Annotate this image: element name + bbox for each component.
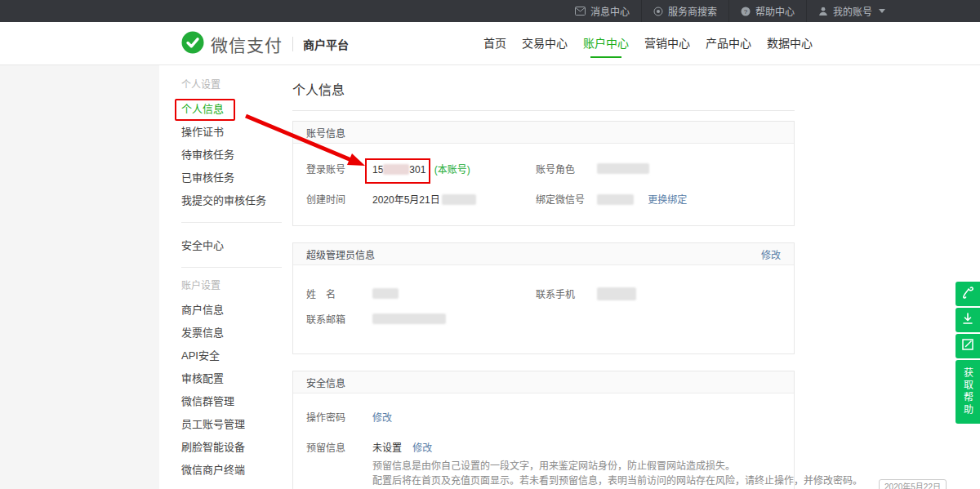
redacted-blur [597,163,649,174]
security-info-card: 安全信息 操作密码 修改 预留信息 未设置 修改 预留信息是由你自己设 [292,371,795,489]
change-binding-link[interactable]: 更换绑定 [648,194,687,206]
sidebar: 个人设置 个人信息 操作证书 待审核任务 已审核任务 我提交的审核任务 安全中心… [159,65,282,489]
topbar-item-my-account[interactable]: 我的账号 [807,0,897,22]
operation-password-value: 修改 [372,410,862,424]
created-time-label: 创建时间 [306,192,372,206]
nav-item-marketing-center[interactable]: 营销中心 [644,22,690,65]
nav-item-account-center[interactable]: 账户中心 [583,22,629,65]
sidebar-item-face-smart-device[interactable]: 刷脸智能设备 [181,436,245,459]
name-value [372,288,536,300]
redacted-blur [597,287,636,300]
topbar-item-label: 服务商搜索 [668,4,717,18]
contact-phone-value [597,287,781,300]
sidebar-item-review-config[interactable]: 审核配置 [181,367,224,390]
login-account-label: 登录账号 [306,162,372,176]
topbar-item-message-center[interactable]: 消息中心 [564,0,641,22]
brand[interactable]: 微信支付 商户平台 [181,22,349,65]
created-time-text: 2020年5月21日 [372,194,440,206]
sidebar-item-wechat-group-management[interactable]: 微信群管理 [181,390,234,413]
login-account-number: 15301 [372,164,425,176]
login-account-value: 15301 (本账号) [372,162,536,176]
date-chip: 2020年5月22日 [879,479,947,489]
wechat-pay-merchant-platform-screen: 消息中心 服务商搜索 ? 帮助中心 我的账号 [0,0,980,489]
section-title: 账号信息 [306,126,345,140]
link-button[interactable] [956,282,980,306]
sidebar-item-staff-account-management[interactable]: 员工账号管理 [181,413,245,436]
bound-wechat-label: 绑定微信号 [536,192,597,206]
topbar-items: 消息中心 服务商搜索 ? 帮助中心 我的账号 [564,0,897,22]
bound-wechat-value: 更换绑定 [597,192,781,206]
super-admin-card: 超级管理员信息 修改 姓 名 联系手机 联系邮箱 [292,242,795,354]
sidebar-item-personal-info[interactable]: 个人信息 [181,98,224,121]
topbar-item-provider-search[interactable]: 服务商搜索 [642,0,728,22]
page-title: 个人信息 [292,84,795,97]
sidebar-item-pending-review-tasks[interactable]: 待审核任务 [181,144,234,167]
get-help-button[interactable]: 获取帮助 [956,360,980,424]
link-icon [962,286,973,302]
nav-item-home[interactable]: 首页 [483,22,506,65]
topbar-item-label: 我的账号 [833,4,872,18]
download-button[interactable] [956,308,980,332]
mail-icon [575,7,586,16]
topbar-item-help-center[interactable]: ? 帮助中心 [729,0,806,22]
contact-email-value [372,313,536,325]
contact-email-label: 联系邮箱 [306,312,372,326]
floating-help-stack: 获取帮助 [956,282,980,424]
search-icon [653,7,663,16]
topbar-item-label: 消息中心 [590,4,630,18]
redacted-blur [372,288,399,299]
sidebar-group-personal-settings: 个人设置 [181,78,282,91]
topbar: 消息中心 服务商搜索 ? 帮助中心 我的账号 [0,0,980,22]
note-line: 预留信息是由你自己设置的一段文字，用来鉴定网站身份，防止假冒网站造成损失。 [372,459,862,473]
sidebar-item-operation-certificate[interactable]: 操作证书 [181,121,224,144]
created-time-value: 2020年5月21日 [372,192,536,206]
login-account-suffix: 301 [409,164,425,176]
modify-reserved-link[interactable]: 修改 [412,442,432,454]
svg-text:?: ? [744,8,748,16]
chevron-down-icon [879,9,885,13]
reserved-info-notes: 预留信息是由你自己设置的一段文字，用来鉴定网站身份，防止假冒网站造成损失。 配置… [372,459,862,489]
redacted-blur [372,313,446,324]
sidebar-item-merchant-info[interactable]: 商户信息 [181,299,224,322]
sidebar-divider [181,222,282,223]
name-label: 姓 名 [306,287,372,300]
get-help-label: 获取帮助 [961,367,975,416]
edit-icon [962,339,973,353]
modify-admin-link[interactable]: 修改 [761,247,781,261]
brand-name: 微信支付 [211,32,283,56]
modify-password-link[interactable]: 修改 [372,412,392,424]
nav-item-product-center[interactable]: 产品中心 [706,22,751,65]
redacted-blur [383,164,409,175]
account-info-card-header: 账号信息 [293,122,794,144]
help-icon: ? [741,7,751,16]
redacted-blur [442,194,476,205]
header: 微信支付 商户平台 首页 交易中心 账户中心 营销中心 产品中心 数据中心 [0,22,980,65]
main-content: 个人信息 账号信息 登录账号 15301 (本账号) [282,65,980,489]
nav-item-transaction-center[interactable]: 交易中心 [522,22,568,65]
feedback-button[interactable] [956,334,980,358]
account-role-label: 账号角色 [536,162,597,176]
account-info-card: 账号信息 登录账号 15301 (本账号) 账号角色 [292,121,795,226]
login-account-prefix: 15 [372,164,383,176]
title-divider [292,110,795,111]
topbar-item-label: 帮助中心 [755,4,795,18]
sidebar-group-account-settings: 账户设置 [181,279,282,292]
sidebar-divider [181,267,282,268]
note-line: 配置后将在首页及充值页面显示。若未看到预留信息，表明当前访问的网站存在风险，请终… [372,473,862,488]
sidebar-item-reviewed-tasks[interactable]: 已审核任务 [181,167,234,189]
sidebar-item-wechat-merchant-terminal[interactable]: 微信商户终端 [181,459,245,482]
nav-item-data-center[interactable]: 数据中心 [767,22,813,65]
reserved-info-status: 未设置 [372,442,402,454]
sidebar-item-api-security[interactable]: API安全 [181,345,220,367]
sidebar-item-invoice-info[interactable]: 发票信息 [181,322,224,345]
download-icon [962,313,973,328]
reserved-info-label: 预留信息 [306,440,372,454]
sidebar-item-label: 个人信息 [181,103,224,115]
contact-phone-label: 联系手机 [536,287,597,300]
sidebar-item-security-center[interactable]: 安全中心 [181,234,224,257]
brand-separator [292,37,293,51]
section-title: 安全信息 [306,376,345,389]
sidebar-item-my-submitted-tasks[interactable]: 我提交的审核任务 [181,189,266,212]
user-icon [818,7,828,16]
current-account-note: (本账号) [434,164,470,176]
